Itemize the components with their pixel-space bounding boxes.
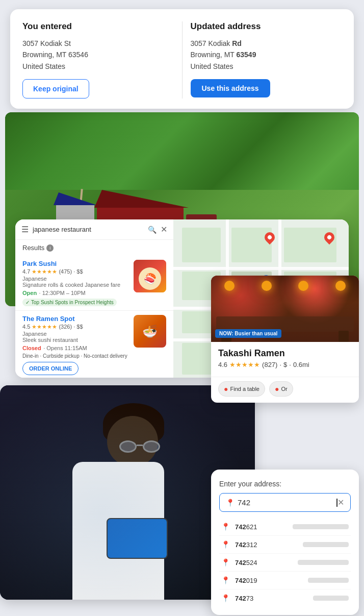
location-pin-icon: 📍 xyxy=(226,499,235,507)
you-entered-title: You entered xyxy=(22,21,174,32)
restaurant-item-ramen-spot[interactable]: The Ramen Spot 4.5 ★★★★★ (326) · $$ Japa… xyxy=(15,311,173,378)
address-verification-card: You entered 3057 Kodiak St Browning, MT … xyxy=(10,9,354,109)
find-table-button[interactable]: ● Find a table xyxy=(218,381,265,397)
autocomplete-label: Enter your address: xyxy=(219,480,351,488)
map-pin-1[interactable] xyxy=(265,232,275,245)
map-search-bar[interactable]: ☰ 🔍 ✕ xyxy=(15,219,173,240)
park-sushi-desc: Signature rolls & cooked Japanese fare xyxy=(22,282,128,288)
original-address-line2: Browning, MT 63546 xyxy=(22,49,174,60)
order-online-button[interactable]: ORDER ONLINE xyxy=(22,362,79,375)
original-address-line1: 3057 Kodiak St xyxy=(22,38,174,49)
suggestion-text-2: 742524 xyxy=(235,559,293,566)
restaurant-panel-rating: 4.6 ★★★★★ (827) · $ · 0.6mi xyxy=(218,361,352,368)
ramen-spot-hours: Closed · Opens 11:15AM xyxy=(22,343,128,352)
restaurant-panel-name: Takashi Ramen xyxy=(218,348,352,359)
updated-address-line1: 3057 Kodiak Rd xyxy=(191,38,342,49)
vertical-divider xyxy=(182,21,183,98)
suggestion-pin-icon-2: 📍 xyxy=(221,558,230,566)
map-search-input[interactable] xyxy=(33,226,144,233)
suggestion-pin-icon-0: 📍 xyxy=(221,523,230,531)
tablet-device xyxy=(107,518,168,559)
original-address-col: You entered 3057 Kodiak St Browning, MT … xyxy=(22,21,174,98)
suggestion-item-3[interactable]: 📍 742019 xyxy=(219,572,351,589)
ramen-spot-rating: 4.5 ★★★★★ (326) · $$ xyxy=(22,324,128,330)
suggestion-line-2 xyxy=(298,560,349,565)
autocomplete-suggestions: 📍 742621 📍 742312 📍 742524 📍 742019 📍 74… xyxy=(219,518,351,607)
park-sushi-name[interactable]: Park Sushi xyxy=(22,260,128,267)
suggestion-pin-icon-1: 📍 xyxy=(221,540,230,549)
hamburger-icon[interactable]: ☰ xyxy=(21,225,29,234)
top-spot-badge: ✓ Top Sushi Spots in Prospect Heights xyxy=(22,299,117,306)
restaurant-panel-actions: ● Find a table ● Or xyxy=(211,377,359,403)
use-address-button[interactable]: Use this address xyxy=(191,79,270,97)
suggestion-text-1: 742312 xyxy=(235,541,298,549)
ramen-spot-name[interactable]: The Ramen Spot xyxy=(22,315,128,323)
restaurant-panel-image: NOW: Busier than usual xyxy=(211,276,359,342)
restaurant-item-park-sushi[interactable]: Park Sushi 4.7 ★★★★★ (475) · $$ Japanese… xyxy=(15,256,173,311)
map-pin-2[interactable] xyxy=(324,232,334,245)
park-sushi-type: Japanese xyxy=(22,276,128,282)
park-sushi-image: 🍣 xyxy=(134,260,166,292)
keep-original-button[interactable]: Keep original xyxy=(22,79,89,98)
suggestion-text-4: 74273 xyxy=(235,595,308,602)
suggestion-text-3: 742019 xyxy=(235,577,303,584)
suggestion-pin-icon-3: 📍 xyxy=(221,576,230,584)
autocomplete-input-wrap[interactable]: 📍 742 ✕ xyxy=(219,493,351,512)
suggestion-item-0[interactable]: 📍 742621 xyxy=(219,518,351,536)
updated-address-line3: United States xyxy=(191,61,342,72)
ramen-spot-image: 🍜 xyxy=(134,315,166,348)
updated-address-col: Updated address 3057 Kodiak Rd Browning,… xyxy=(191,21,342,98)
ramen-spot-desc: Sleek sushi restaurant xyxy=(22,337,128,343)
autocomplete-close-icon[interactable]: ✕ xyxy=(337,498,344,507)
order-action-button[interactable]: ● Or xyxy=(269,381,293,397)
ramen-spot-type: Japanese xyxy=(22,331,128,337)
updated-address-line2: Browning, MT 63549 xyxy=(191,49,342,60)
info-icon: i xyxy=(46,244,54,252)
results-header: Results i xyxy=(15,240,173,256)
restaurant-panel-card: NOW: Busier than usual Takashi Ramen 4.6… xyxy=(211,276,359,403)
suggestion-line-1 xyxy=(303,542,349,547)
search-icon[interactable]: 🔍 xyxy=(148,226,157,234)
park-sushi-rating: 4.7 ★★★★★ (475) · $$ xyxy=(22,268,128,275)
suggestion-line-4 xyxy=(313,596,349,601)
restaurant-panel-info: Takashi Ramen 4.6 ★★★★★ (827) · $ · 0.6m… xyxy=(211,342,359,375)
updated-address-title: Updated address xyxy=(191,21,342,32)
suggestion-item-4[interactable]: 📍 74273 xyxy=(219,589,351,607)
suggestion-line-3 xyxy=(308,578,349,583)
suggestion-pin-icon-4: 📍 xyxy=(221,594,230,602)
map-search-close-icon[interactable]: ✕ xyxy=(161,225,167,234)
red-dot-icon-2: ● xyxy=(275,385,279,393)
autocomplete-card: Enter your address: 📍 742 ✕ 📍 742621 📍 7… xyxy=(211,470,359,615)
park-sushi-hours: Open · 12:30PM – 10PM xyxy=(22,288,128,297)
suggestion-item-1[interactable]: 📍 742312 xyxy=(219,536,351,554)
suggestion-item-2[interactable]: 📍 742524 xyxy=(219,554,351,572)
ramen-spot-delivery: Dine-in · Curbside pickup · No-contact d… xyxy=(22,353,128,359)
now-badge: NOW: Busier than usual xyxy=(215,329,281,338)
map-sidebar: ☰ 🔍 ✕ Results i Park Sushi 4.7 ★★★★★ (47… xyxy=(15,219,173,378)
suggestion-text-0: 742621 xyxy=(235,523,288,531)
original-address-line3: United States xyxy=(22,61,174,72)
red-dot-icon: ● xyxy=(224,385,228,393)
autocomplete-input[interactable]: 742 xyxy=(238,498,336,507)
suggestion-line-0 xyxy=(293,524,349,529)
